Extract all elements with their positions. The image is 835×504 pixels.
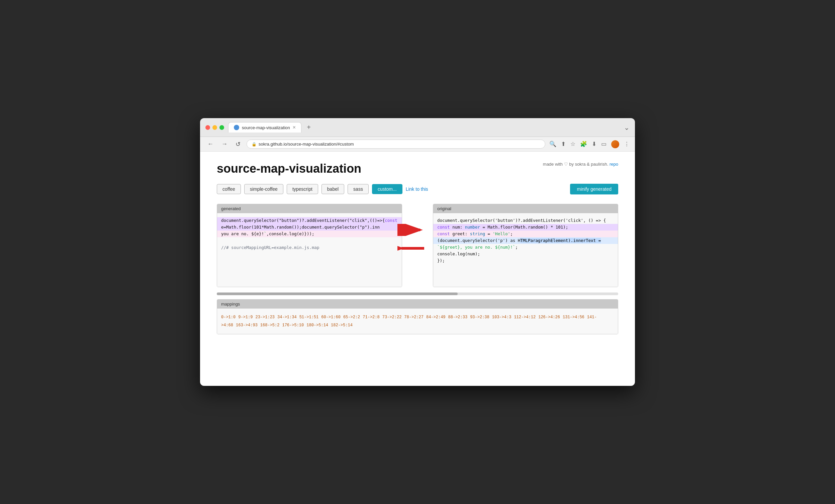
close-button[interactable] bbox=[205, 125, 210, 130]
mapping-item[interactable]: 78->2:27 bbox=[404, 315, 424, 320]
mapping-item[interactable]: 88->2:33 bbox=[448, 315, 468, 320]
preset-sass[interactable]: sass bbox=[348, 184, 369, 194]
mapping-item[interactable]: 23->1:23 bbox=[255, 315, 274, 320]
maximize-button[interactable] bbox=[220, 125, 224, 130]
tab-title: source-map-visualization bbox=[242, 125, 290, 130]
mapping-item[interactable]: 112->4:12 bbox=[514, 315, 535, 320]
arrow-right-container bbox=[407, 204, 428, 287]
code-line-1: document.querySelector("button")?.addEve… bbox=[217, 217, 402, 224]
download-icon[interactable]: ⬇ bbox=[592, 141, 596, 147]
preset-toolbar: coffee simple-coffee typescript babel sa… bbox=[217, 184, 618, 195]
svg-point-0 bbox=[235, 126, 238, 129]
bookmark-icon[interactable]: ☆ bbox=[570, 141, 575, 147]
page-header: source-map-visualization made with ♡ by … bbox=[217, 162, 618, 176]
mapping-item[interactable]: 176->5:10 bbox=[282, 323, 304, 328]
code-panels: generated document.querySelector("button… bbox=[217, 204, 618, 287]
share-icon[interactable]: ⬆ bbox=[561, 141, 566, 147]
original-body[interactable]: document.querySelector('button')?.addEve… bbox=[433, 213, 618, 287]
browser-window: source-map-visualization × + ⌄ ← → ↺ 🔒 s… bbox=[200, 118, 635, 386]
preset-custom[interactable]: custom... bbox=[372, 184, 403, 194]
original-header: original bbox=[433, 204, 618, 213]
preset-simple-coffee[interactable]: simple-coffee bbox=[244, 184, 283, 194]
url-text: sokra.github.io/source-map-visualization… bbox=[259, 142, 540, 146]
page-title: source-map-visualization bbox=[217, 162, 361, 176]
mapping-item[interactable]: 0->1:0 bbox=[221, 315, 236, 320]
tab-favicon bbox=[234, 125, 239, 130]
mapping-item[interactable]: 131->4:56 bbox=[563, 315, 585, 320]
orig-line-2: const num: number = Math.floor(Math.rand… bbox=[433, 224, 618, 230]
mapping-item[interactable]: 60->1:60 bbox=[321, 315, 341, 320]
mapping-item[interactable]: 103->4:3 bbox=[492, 315, 511, 320]
active-tab[interactable]: source-map-visualization × bbox=[228, 122, 301, 133]
lock-icon: 🔒 bbox=[251, 142, 257, 146]
generated-body[interactable]: document.querySelector("button")?.addEve… bbox=[217, 213, 402, 287]
generated-panel: generated document.querySelector("button… bbox=[217, 204, 402, 287]
link-to-this[interactable]: Link to this bbox=[406, 186, 428, 192]
mapping-item[interactable]: 71->2:8 bbox=[363, 315, 379, 320]
mapping-item[interactable]: 9->1:9 bbox=[238, 315, 252, 320]
search-icon[interactable]: 🔍 bbox=[549, 141, 556, 147]
tab-close-icon[interactable]: × bbox=[293, 124, 296, 130]
forward-button[interactable]: → bbox=[220, 140, 229, 148]
arrow-right bbox=[398, 224, 424, 237]
mappings-panel: mappings 0->1:09->1:923->1:2334->1:3451-… bbox=[217, 299, 618, 334]
tab-bar: source-map-visualization × + bbox=[228, 122, 620, 133]
mapping-item[interactable]: 84->2:49 bbox=[426, 315, 446, 320]
mappings-body: 0->1:09->1:923->1:2334->1:3451->1:5160->… bbox=[217, 308, 618, 334]
reload-button[interactable]: ↺ bbox=[233, 140, 243, 148]
preset-coffee[interactable]: coffee bbox=[217, 184, 241, 194]
scrollbar-track bbox=[217, 293, 618, 295]
attribution: made with ♡ by sokra & paulirish. repo bbox=[543, 162, 618, 167]
traffic-lights bbox=[205, 125, 224, 130]
orig-line-7: }); bbox=[437, 257, 614, 264]
mapping-item[interactable]: 65->2:2 bbox=[343, 315, 360, 320]
made-with-text: made with ♡ by sokra & paulirish. bbox=[543, 162, 609, 167]
display-icon[interactable]: ▭ bbox=[601, 141, 607, 147]
mapping-item[interactable]: 182->5:14 bbox=[331, 323, 352, 328]
orig-line-5: `${greet}, you are no. ${num}!`; bbox=[437, 244, 614, 251]
mappings-header: mappings bbox=[217, 300, 618, 308]
address-bar: ← → ↺ 🔒 sokra.github.io/source-map-visua… bbox=[200, 137, 635, 152]
code-line-3: you are no. ${e}!`,console.log(e)})); bbox=[217, 230, 402, 237]
orig-line-1: document.querySelector('button')?.addEve… bbox=[437, 217, 614, 224]
orig-line-6: console.log(num); bbox=[437, 251, 614, 257]
title-bar: source-map-visualization × + ⌄ bbox=[200, 118, 635, 137]
scrollbar-area bbox=[217, 293, 618, 299]
arrow-left bbox=[398, 242, 424, 256]
menu-icon[interactable]: ⋮ bbox=[624, 141, 630, 147]
mapping-item[interactable]: 73->2:22 bbox=[382, 315, 402, 320]
new-tab-button[interactable]: + bbox=[304, 122, 313, 133]
original-code: document.querySelector('button')?.addEve… bbox=[437, 217, 614, 264]
mapping-item[interactable]: 126->4:26 bbox=[538, 315, 560, 320]
code-comment: //# sourceMappingURL=example.min.js.map bbox=[221, 245, 320, 250]
back-button[interactable]: ← bbox=[205, 140, 216, 148]
extensions-icon[interactable]: 🧩 bbox=[580, 141, 587, 147]
address-input[interactable]: 🔒 sokra.github.io/source-map-visualizati… bbox=[247, 140, 545, 148]
mapping-item[interactable]: 168->5:2 bbox=[260, 323, 280, 328]
generated-code: document.querySelector("button")?.addEve… bbox=[221, 217, 398, 250]
tabs-chevron[interactable]: ⌄ bbox=[624, 123, 630, 132]
scrollbar-thumb[interactable] bbox=[217, 293, 457, 295]
mapping-item[interactable]: 51->1:51 bbox=[300, 315, 319, 320]
mapping-item[interactable]: 93->2:38 bbox=[470, 315, 489, 320]
user-avatar[interactable] bbox=[611, 140, 619, 148]
orig-line-3: const greet: string = 'Hello'; bbox=[433, 230, 618, 237]
generated-header: generated bbox=[217, 204, 402, 213]
preset-babel[interactable]: babel bbox=[322, 184, 344, 194]
minimize-button[interactable] bbox=[212, 125, 217, 130]
preset-typescript[interactable]: typescript bbox=[287, 184, 318, 194]
original-panel: original document.querySelector('button'… bbox=[433, 204, 618, 287]
mapping-item[interactable]: 34->1:34 bbox=[277, 315, 297, 320]
repo-link[interactable]: repo bbox=[610, 162, 618, 167]
orig-line-4: (document.querySelector('p') as HTMLPara… bbox=[433, 237, 618, 244]
mapping-item[interactable]: 163->4:93 bbox=[236, 323, 258, 328]
browser-toolbar-icons: 🔍 ⬆ ☆ 🧩 ⬇ ▭ ⋮ bbox=[549, 140, 630, 148]
code-line-2: e=Math.floor(101*Math.random());document… bbox=[217, 224, 402, 230]
mapping-item[interactable]: 180->5:14 bbox=[306, 323, 328, 328]
page-content: source-map-visualization made with ♡ by … bbox=[200, 152, 635, 386]
minify-button[interactable]: minify generated bbox=[570, 184, 618, 195]
